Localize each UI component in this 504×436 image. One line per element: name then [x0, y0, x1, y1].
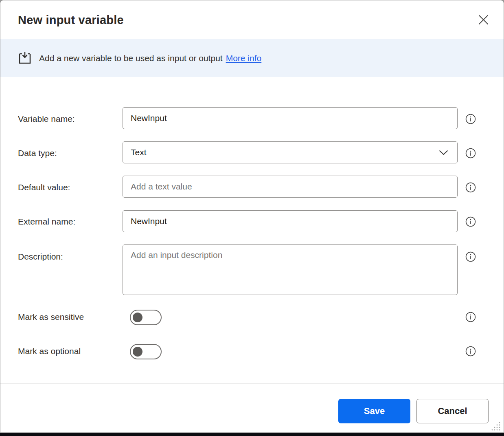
close-icon	[478, 15, 489, 25]
description-textarea[interactable]	[123, 244, 458, 295]
variable-name-info-button[interactable]	[465, 114, 476, 124]
mark-as-sensitive-label: Mark as sensitive	[18, 312, 84, 322]
new-input-variable-dialog: New input variable Add a new variable to…	[0, 0, 504, 433]
data-type-selected-value: Text	[131, 148, 147, 157]
chevron-down-icon	[439, 150, 448, 155]
data-type-info-button[interactable]	[465, 148, 476, 159]
info-icon	[465, 148, 476, 159]
info-icon	[465, 346, 476, 357]
resize-grip-icon[interactable]	[490, 421, 501, 431]
mark-as-optional-info-button[interactable]	[465, 346, 476, 357]
footer-divider	[0, 383, 504, 384]
info-banner: Add a new variable to be used as input o…	[0, 39, 504, 77]
external-name-label: External name:	[18, 217, 75, 227]
input-variable-icon	[18, 51, 32, 66]
mark-as-sensitive-toggle[interactable]	[130, 310, 162, 325]
toggle-knob	[133, 313, 142, 322]
data-type-label: Data type:	[18, 148, 57, 158]
info-icon	[465, 312, 476, 322]
more-info-link[interactable]: More info	[226, 53, 262, 63]
default-value-label: Default value:	[18, 183, 70, 192]
default-value-info-button[interactable]	[465, 182, 476, 193]
external-name-input[interactable]	[123, 210, 458, 232]
mark-as-optional-toggle[interactable]	[130, 344, 162, 359]
external-name-info-button[interactable]	[465, 216, 476, 227]
banner-text: Add a new variable to be used as input o…	[39, 53, 223, 63]
dialog-titlebar: New input variable	[0, 0, 504, 39]
default-value-input[interactable]	[123, 176, 458, 198]
cancel-button[interactable]: Cancel	[416, 399, 489, 423]
info-icon	[465, 216, 476, 227]
description-info-button[interactable]	[465, 251, 476, 262]
data-type-dropdown[interactable]: Text	[123, 141, 458, 163]
info-icon	[465, 251, 476, 262]
description-label: Description:	[18, 252, 63, 262]
close-button[interactable]	[474, 11, 492, 29]
variable-name-label: Variable name:	[18, 114, 75, 124]
variable-name-input[interactable]	[123, 107, 458, 129]
info-icon	[465, 114, 476, 124]
info-icon	[465, 182, 476, 193]
toggle-knob	[133, 347, 142, 357]
mark-as-optional-label: Mark as optional	[18, 346, 81, 356]
dialog-title: New input variable	[18, 13, 124, 27]
mark-as-sensitive-info-button[interactable]	[465, 312, 476, 322]
save-button[interactable]: Save	[338, 399, 410, 423]
